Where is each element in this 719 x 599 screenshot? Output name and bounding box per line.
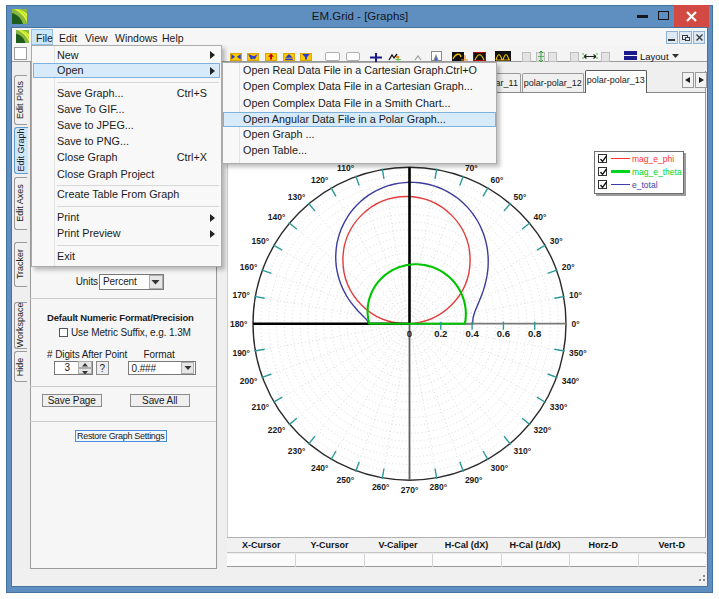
svg-text:210°: 210° xyxy=(252,402,270,412)
svg-text:280°: 280° xyxy=(430,482,448,492)
svg-text:320°: 320° xyxy=(534,425,552,435)
svg-text:0°: 0° xyxy=(572,319,581,329)
svg-text:0: 0 xyxy=(407,328,412,339)
svg-text:70°: 70° xyxy=(465,163,478,173)
svg-text:340°: 340° xyxy=(562,376,580,386)
svg-text:30°: 30° xyxy=(550,236,563,246)
svg-text:110°: 110° xyxy=(337,163,355,173)
svg-text:190°: 190° xyxy=(232,348,250,358)
svg-text:310°: 310° xyxy=(514,446,532,456)
svg-text:300°: 300° xyxy=(491,463,509,473)
svg-text:120°: 120° xyxy=(311,175,329,185)
svg-text:20°: 20° xyxy=(562,262,575,272)
svg-text:0.2: 0.2 xyxy=(434,328,447,339)
svg-text:180°: 180° xyxy=(230,319,248,329)
svg-text:60°: 60° xyxy=(491,175,504,185)
svg-text:230°: 230° xyxy=(288,446,306,456)
svg-text:240°: 240° xyxy=(311,463,329,473)
svg-text:0.8: 0.8 xyxy=(528,328,541,339)
svg-text:270°: 270° xyxy=(401,485,419,495)
svg-text:150°: 150° xyxy=(252,236,270,246)
svg-text:0.6: 0.6 xyxy=(497,328,510,339)
svg-text:40°: 40° xyxy=(534,212,547,222)
svg-text:330°: 330° xyxy=(550,402,568,412)
svg-text:10°: 10° xyxy=(569,290,582,300)
svg-text:250°: 250° xyxy=(337,475,355,485)
svg-text:200°: 200° xyxy=(240,376,258,386)
svg-text:130°: 130° xyxy=(288,192,306,202)
svg-text:160°: 160° xyxy=(240,262,258,272)
svg-text:140°: 140° xyxy=(268,212,286,222)
svg-text:260°: 260° xyxy=(372,482,390,492)
svg-text:220°: 220° xyxy=(268,425,286,435)
svg-text:50°: 50° xyxy=(514,192,527,202)
svg-text:350°: 350° xyxy=(569,348,587,358)
svg-text:0.4: 0.4 xyxy=(465,328,479,339)
svg-text:290°: 290° xyxy=(465,475,483,485)
svg-text:170°: 170° xyxy=(232,290,250,300)
